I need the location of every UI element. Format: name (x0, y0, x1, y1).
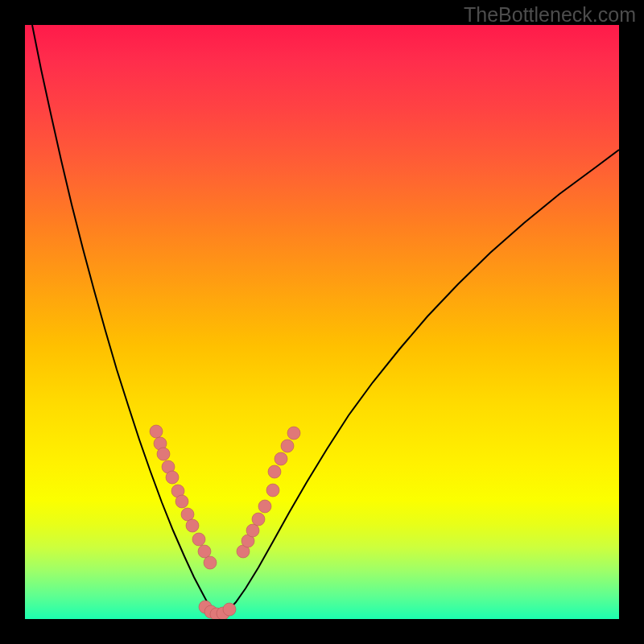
data-marker (175, 495, 188, 508)
data-marker (246, 524, 259, 537)
data-marker (258, 500, 271, 513)
data-marker (150, 425, 163, 438)
markers-bottom-group (199, 601, 236, 619)
markers-right-group (237, 427, 300, 558)
chart-svg (25, 25, 619, 619)
data-marker (281, 440, 294, 452)
data-marker (166, 471, 179, 484)
data-marker (252, 513, 265, 526)
data-marker (204, 556, 217, 569)
data-marker (266, 484, 279, 497)
chart-frame: TheBottleneck.com (0, 0, 644, 644)
data-marker (157, 448, 170, 460)
data-marker (198, 545, 211, 558)
data-marker (186, 519, 199, 532)
plot-area (25, 25, 619, 619)
curve-right (217, 150, 619, 617)
data-marker (287, 427, 300, 440)
data-marker (223, 603, 236, 616)
data-marker (268, 465, 281, 478)
watermark-text: TheBottleneck.com (464, 3, 636, 27)
data-marker (181, 508, 194, 521)
data-marker (275, 452, 287, 465)
data-marker (192, 533, 205, 546)
